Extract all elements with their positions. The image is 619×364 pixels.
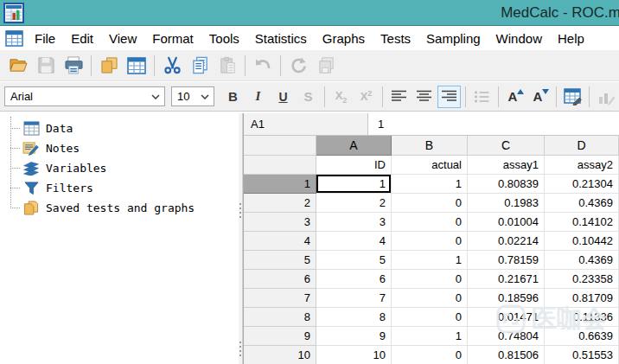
formula-value[interactable]: 1 (368, 113, 384, 135)
cut-button[interactable] (159, 54, 185, 78)
cell-A3[interactable]: 3 (316, 213, 392, 232)
chart-edit-button[interactable] (594, 86, 617, 108)
superscript-button[interactable]: X2 (354, 86, 378, 108)
sheet-window-icon[interactable] (5, 30, 23, 47)
cell-B3[interactable]: 0 (392, 213, 468, 232)
cell-B7[interactable]: 0 (392, 289, 468, 308)
subscript-button[interactable]: X2 (329, 86, 353, 108)
cell-D1[interactable]: 0.21304 (545, 175, 619, 194)
cell-D8[interactable]: 0.11336 (545, 308, 619, 327)
increase-font-button[interactable]: A (503, 86, 526, 108)
print-button[interactable] (61, 54, 86, 78)
menu-item-statistics[interactable]: Statistics (247, 31, 315, 46)
font-size-select[interactable]: 10 (171, 86, 214, 106)
save-button[interactable] (33, 54, 59, 78)
row-header-5[interactable]: 5 (244, 251, 316, 270)
variable-cell-B[interactable]: actual (392, 156, 468, 175)
decrease-font-button[interactable]: A (528, 86, 552, 108)
menu-item-graphs[interactable]: Graphs (315, 31, 373, 46)
cell-B8[interactable]: 0 (392, 308, 468, 327)
align-left-button[interactable] (387, 86, 411, 108)
menu-item-tools[interactable]: Tools (201, 31, 247, 46)
menu-item-tests[interactable]: Tests (373, 31, 418, 46)
cell-A1[interactable]: 1 (316, 175, 392, 194)
sidebar-item-data[interactable]: Data (0, 118, 239, 138)
column-header-B[interactable]: B (392, 136, 468, 156)
font-name-select[interactable]: Arial (4, 86, 165, 106)
cell-C7[interactable]: 0.18596 (468, 289, 545, 308)
underline-button[interactable]: U (271, 86, 295, 108)
cell-B10[interactable]: 0 (392, 346, 468, 364)
cell-A7[interactable]: 7 (316, 289, 392, 308)
menu-item-window[interactable]: Window (488, 31, 550, 46)
cell-B6[interactable]: 0 (392, 270, 468, 289)
row-header-6[interactable]: 6 (244, 270, 316, 289)
cell-C2[interactable]: 0.1983 (468, 194, 545, 213)
column-header-C[interactable]: C (468, 136, 545, 156)
cell-D7[interactable]: 0.81709 (545, 289, 619, 308)
cell-A10[interactable]: 10 (316, 346, 392, 364)
column-header-D[interactable]: D (545, 136, 619, 156)
cell-A4[interactable]: 4 (316, 232, 392, 251)
row-header-variables[interactable] (244, 156, 316, 175)
open-folder-button[interactable] (5, 54, 31, 78)
cell-C3[interactable]: 0.01004 (468, 213, 545, 232)
strikethrough-button[interactable]: S (297, 86, 320, 108)
table-format-button[interactable] (561, 86, 584, 108)
row-header-7[interactable]: 7 (244, 289, 316, 308)
cell-D6[interactable]: 0.23358 (545, 270, 619, 289)
save-all-button[interactable] (313, 54, 339, 78)
row-header-10[interactable]: 10 (244, 346, 316, 364)
cell-C9[interactable]: 0.74804 (468, 327, 545, 346)
cell-A5[interactable]: 5 (316, 251, 392, 270)
sidebar-item-saved-tests-and-graphs[interactable]: Saved tests and graphs (0, 198, 239, 218)
menu-item-edit[interactable]: Edit (63, 31, 101, 46)
cell-A9[interactable]: 9 (316, 327, 392, 346)
row-header-4[interactable]: 4 (244, 232, 316, 251)
cell-B1[interactable]: 1 (392, 175, 468, 194)
sidebar-item-filters[interactable]: Filters (0, 178, 239, 198)
cell-D5[interactable]: 0.4369 (545, 251, 619, 270)
cell-C4[interactable]: 0.02214 (468, 232, 545, 251)
menu-item-view[interactable]: View (101, 31, 144, 46)
cell-D9[interactable]: 0.6639 (545, 327, 619, 346)
cell-C5[interactable]: 0.78159 (468, 251, 545, 270)
app-icon[interactable] (3, 3, 24, 23)
cell-C8[interactable]: 0.01471 (468, 308, 545, 327)
italic-button[interactable]: I (246, 86, 270, 108)
redo-button[interactable] (285, 54, 311, 78)
duplicate-window-button[interactable] (96, 54, 122, 78)
row-header-1[interactable]: 1 (244, 175, 316, 194)
row-header-8[interactable]: 8 (244, 308, 316, 327)
menu-item-format[interactable]: Format (144, 31, 201, 46)
cell-B9[interactable]: 1 (392, 327, 468, 346)
cell-B4[interactable]: 0 (392, 232, 468, 251)
cell-C6[interactable]: 0.21671 (468, 270, 545, 289)
variable-cell-C[interactable]: assay1 (468, 156, 545, 175)
cell-C1[interactable]: 0.80839 (468, 175, 545, 194)
cell-C10[interactable]: 0.81506 (468, 346, 545, 364)
menu-item-help[interactable]: Help (550, 31, 592, 46)
cell-reference[interactable]: A1 (244, 113, 368, 135)
spreadsheet-button[interactable] (124, 54, 150, 78)
menu-item-file[interactable]: File (27, 31, 63, 46)
column-header-A[interactable]: A (316, 136, 392, 156)
bold-button[interactable]: B (221, 86, 245, 108)
align-right-button[interactable] (437, 86, 461, 108)
cell-D2[interactable]: 0.4369 (545, 194, 619, 213)
variable-cell-A[interactable]: ID (316, 156, 392, 175)
cell-A8[interactable]: 8 (316, 308, 392, 327)
cell-D4[interactable]: 0.10442 (545, 232, 619, 251)
align-center-button[interactable] (412, 86, 436, 108)
sidebar-item-notes[interactable]: Notes (0, 138, 239, 158)
cell-D3[interactable]: 0.14102 (545, 213, 619, 232)
variable-cell-D[interactable]: assay2 (545, 156, 619, 175)
cell-B5[interactable]: 1 (392, 251, 468, 270)
copy-button[interactable] (187, 54, 213, 78)
cell-A2[interactable]: 2 (316, 194, 392, 213)
menu-item-sampling[interactable]: Sampling (418, 31, 488, 46)
cell-D10[interactable]: 0.51553 (545, 346, 619, 364)
cell-B2[interactable]: 0 (392, 194, 468, 213)
grid-corner-cell[interactable] (244, 136, 316, 156)
row-header-9[interactable]: 9 (244, 327, 316, 346)
